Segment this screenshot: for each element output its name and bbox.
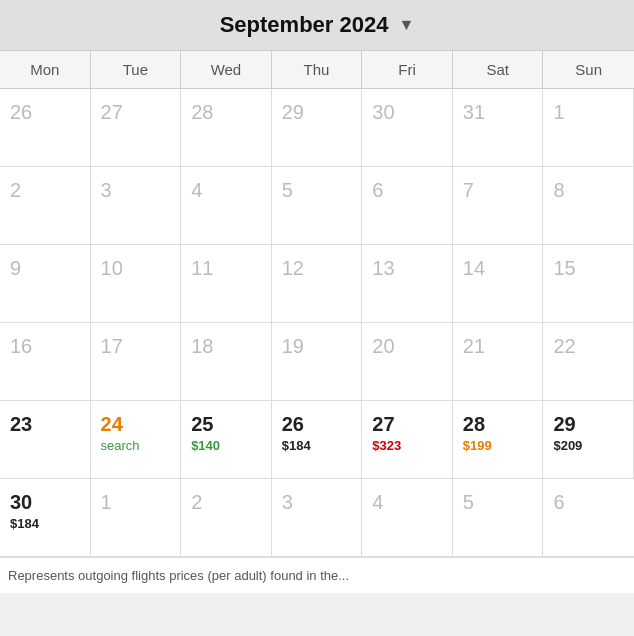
calendar-cell[interactable]: 28$199 <box>453 401 544 479</box>
calendar-cell[interactable]: 17 <box>91 323 182 401</box>
cell-day-number: 5 <box>463 491 474 514</box>
calendar-cell[interactable]: 15 <box>543 245 634 323</box>
calendar-cell[interactable]: 30$184 <box>0 479 91 557</box>
cell-price: $209 <box>553 438 582 453</box>
cell-day-number: 17 <box>101 335 123 358</box>
cell-day-number: 2 <box>191 491 202 514</box>
cell-day-number: 12 <box>282 257 304 280</box>
cell-day-number: 6 <box>553 491 564 514</box>
cell-price: $199 <box>463 438 492 453</box>
calendar-cell[interactable]: 8 <box>543 167 634 245</box>
cell-search-label: search <box>101 438 140 453</box>
day-header-mon: Mon <box>0 51 91 88</box>
calendar-cell[interactable]: 21 <box>453 323 544 401</box>
cell-day-number: 13 <box>372 257 394 280</box>
cell-day-number: 29 <box>282 101 304 124</box>
cell-day-number: 27 <box>372 413 394 436</box>
cell-day-number: 16 <box>10 335 32 358</box>
calendar-cell[interactable]: 9 <box>0 245 91 323</box>
day-header-sun: Sun <box>543 51 634 88</box>
cell-day-number: 8 <box>553 179 564 202</box>
calendar-cell[interactable]: 6 <box>362 167 453 245</box>
cell-day-number: 19 <box>282 335 304 358</box>
calendar-cell[interactable]: 1 <box>91 479 182 557</box>
calendar-cell[interactable]: 23 <box>0 401 91 479</box>
cell-day-number: 4 <box>191 179 202 202</box>
cell-day-number: 1 <box>553 101 564 124</box>
cell-day-number: 3 <box>282 491 293 514</box>
cell-day-number: 7 <box>463 179 474 202</box>
day-header-thu: Thu <box>272 51 363 88</box>
cell-day-number: 29 <box>553 413 575 436</box>
cell-day-number: 20 <box>372 335 394 358</box>
cell-day-number: 30 <box>372 101 394 124</box>
calendar-cell[interactable]: 30 <box>362 89 453 167</box>
cell-day-number: 31 <box>463 101 485 124</box>
calendar-cell[interactable]: 29 <box>272 89 363 167</box>
calendar-cell[interactable]: 13 <box>362 245 453 323</box>
cell-day-number: 22 <box>553 335 575 358</box>
cell-price: $184 <box>282 438 311 453</box>
calendar-cell[interactable]: 16 <box>0 323 91 401</box>
cell-day-number: 27 <box>101 101 123 124</box>
cell-price: $140 <box>191 438 220 453</box>
calendar-cell[interactable]: 3 <box>91 167 182 245</box>
calendar-cell[interactable]: 14 <box>453 245 544 323</box>
cell-day-number: 5 <box>282 179 293 202</box>
cell-day-number: 21 <box>463 335 485 358</box>
day-headers-row: MonTueWedThuFriSatSun <box>0 50 634 89</box>
day-header-sat: Sat <box>453 51 544 88</box>
cell-day-number: 6 <box>372 179 383 202</box>
dropdown-arrow-icon[interactable]: ▼ <box>398 16 414 34</box>
calendar-cell[interactable]: 31 <box>453 89 544 167</box>
calendar-cell[interactable]: 5 <box>453 479 544 557</box>
cell-day-number: 26 <box>10 101 32 124</box>
cell-day-number: 11 <box>191 257 213 280</box>
calendar-header: September 2024 ▼ <box>0 0 634 50</box>
day-header-wed: Wed <box>181 51 272 88</box>
calendar-cell[interactable]: 27 <box>91 89 182 167</box>
cell-day-number: 3 <box>101 179 112 202</box>
cell-day-number: 24 <box>101 413 123 436</box>
calendar-grid: 2627282930311234567891011121314151617181… <box>0 89 634 557</box>
calendar-cell[interactable]: 18 <box>181 323 272 401</box>
calendar-cell[interactable]: 28 <box>181 89 272 167</box>
cell-day-number: 1 <box>101 491 112 514</box>
calendar-cell[interactable]: 4 <box>181 167 272 245</box>
calendar-cell[interactable]: 26 <box>0 89 91 167</box>
cell-price: $184 <box>10 516 39 531</box>
cell-day-number: 23 <box>10 413 32 436</box>
calendar-cell[interactable]: 26$184 <box>272 401 363 479</box>
cell-price: $323 <box>372 438 401 453</box>
calendar-cell[interactable]: 5 <box>272 167 363 245</box>
calendar-cell[interactable]: 22 <box>543 323 634 401</box>
calendar-cell[interactable]: 2 <box>181 479 272 557</box>
cell-day-number: 14 <box>463 257 485 280</box>
calendar-cell[interactable]: 25$140 <box>181 401 272 479</box>
calendar-cell[interactable]: 7 <box>453 167 544 245</box>
calendar-cell[interactable]: 24search <box>91 401 182 479</box>
calendar-title: September 2024 <box>220 12 389 38</box>
calendar-cell[interactable]: 11 <box>181 245 272 323</box>
cell-day-number: 28 <box>463 413 485 436</box>
calendar-cell[interactable]: 3 <box>272 479 363 557</box>
calendar-cell[interactable]: 1 <box>543 89 634 167</box>
cell-day-number: 15 <box>553 257 575 280</box>
cell-day-number: 2 <box>10 179 21 202</box>
calendar-cell[interactable]: 12 <box>272 245 363 323</box>
calendar-cell[interactable]: 10 <box>91 245 182 323</box>
calendar-cell[interactable]: 29$209 <box>543 401 634 479</box>
calendar-cell[interactable]: 27$323 <box>362 401 453 479</box>
cell-day-number: 28 <box>191 101 213 124</box>
cell-day-number: 30 <box>10 491 32 514</box>
cell-day-number: 18 <box>191 335 213 358</box>
cell-day-number: 26 <box>282 413 304 436</box>
cell-day-number: 10 <box>101 257 123 280</box>
footer-text: Represents outgoing flights prices (per … <box>0 557 634 593</box>
calendar-cell[interactable]: 2 <box>0 167 91 245</box>
calendar-cell[interactable]: 6 <box>543 479 634 557</box>
calendar-cell[interactable]: 4 <box>362 479 453 557</box>
calendar-cell[interactable]: 20 <box>362 323 453 401</box>
calendar-cell[interactable]: 19 <box>272 323 363 401</box>
cell-day-number: 25 <box>191 413 213 436</box>
